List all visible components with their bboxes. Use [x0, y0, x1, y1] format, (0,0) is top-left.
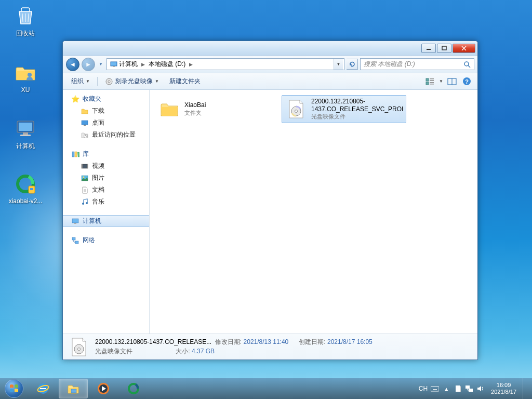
computer-icon — [14, 117, 37, 140]
sidebar-computer-head[interactable]: 计算机 — [63, 215, 149, 227]
file-item-iso[interactable]: 22000.132.210805-1437.CO_RELEASE_SVC_PRO… — [282, 95, 406, 123]
status-value: 4.37 GB — [192, 348, 215, 355]
refresh-icon — [349, 61, 356, 68]
network-icon[interactable] — [465, 384, 473, 393]
burn-disc-button[interactable]: 刻录光盘映像 ▼ — [102, 75, 162, 87]
sidebar-label: 最近访问的位置 — [92, 130, 136, 139]
svg-rect-31 — [82, 121, 88, 125]
sidebar-label: 下载 — [92, 107, 104, 115]
explorer-window: ◄ ► ▼ 计算机 ▶ 本地磁盘 (D:) ▶ ▼ 搜索 本地磁盘 (D:) — [62, 41, 478, 360]
svg-rect-6 — [23, 132, 28, 135]
sidebar-network-head[interactable]: 网络 — [63, 234, 149, 246]
svg-rect-51 — [74, 223, 76, 224]
taskbar-media-player-button[interactable] — [89, 379, 118, 398]
file-name: XiaoBai — [184, 101, 276, 109]
preview-pane-button[interactable] — [446, 76, 458, 87]
sidebar-label: 音乐 — [92, 197, 104, 206]
address-dropdown[interactable]: ▼ — [334, 59, 343, 70]
breadcrumb-label: 计算机 — [119, 60, 138, 69]
taskbar-explorer-button[interactable] — [59, 379, 88, 398]
svg-rect-38 — [77, 152, 79, 157]
breadcrumb-computer[interactable]: 计算机 — [108, 60, 139, 69]
date-label: 2021/8/17 — [491, 389, 516, 395]
breadcrumb-drive[interactable]: 本地磁盘 (D:) — [147, 60, 187, 69]
search-placeholder: 搜索 本地磁盘 (D:) — [364, 60, 415, 69]
sidebar-item-documents[interactable]: 文档 — [63, 184, 149, 196]
chevron-right-icon[interactable]: ▶ — [189, 62, 193, 67]
svg-point-48 — [86, 202, 88, 204]
svg-rect-16 — [113, 66, 115, 67]
taskbar-xiaobai-button[interactable] — [119, 379, 148, 398]
refresh-button[interactable] — [347, 59, 358, 70]
picture-icon — [81, 174, 89, 182]
desktop-icon-recycle-bin[interactable]: 回收站 — [6, 4, 45, 38]
sidebar: ⭐收藏夹 下载 桌面 最近访问的位置 库 视频 图片 文档 音乐 计算机 网络 — [63, 90, 150, 334]
folder-icon — [158, 98, 180, 120]
sidebar-item-videos[interactable]: 视频 — [63, 160, 149, 172]
sidebar-item-music[interactable]: 音乐 — [63, 196, 149, 208]
sidebar-item-recent[interactable]: 最近访问的位置 — [63, 129, 149, 141]
app-icon — [14, 172, 37, 195]
svg-rect-36 — [72, 152, 74, 157]
view-options-button[interactable] — [424, 76, 436, 87]
minimize-button[interactable] — [421, 44, 436, 53]
maximize-button[interactable] — [437, 44, 451, 53]
desktop-icon-label: XU — [21, 86, 30, 94]
new-folder-button[interactable]: 新建文件夹 — [166, 75, 204, 87]
file-item-folder[interactable]: XiaoBai 文件夹 — [155, 95, 280, 123]
svg-rect-40 — [82, 164, 83, 168]
svg-rect-41 — [87, 164, 88, 168]
sidebar-label: 收藏夹 — [83, 95, 101, 103]
status-label: 创建日期: — [299, 338, 325, 345]
organize-button[interactable]: 组织 ▼ — [68, 75, 93, 87]
nav-history-dropdown[interactable]: ▼ — [97, 59, 104, 70]
desktop-icon — [81, 119, 89, 127]
disc-image-icon — [68, 336, 90, 358]
desktop-icon-label: 计算机 — [16, 142, 35, 150]
keyboard-icon[interactable] — [431, 384, 439, 393]
sidebar-libraries-head[interactable]: 库 — [63, 148, 149, 160]
language-indicator[interactable]: CH — [419, 385, 428, 392]
status-label: 大小: — [176, 348, 190, 355]
address-bar[interactable]: 计算机 ▶ 本地磁盘 (D:) ▶ ▼ — [107, 58, 344, 70]
svg-rect-69 — [466, 385, 470, 389]
tray-expand-icon[interactable]: ▴ — [442, 384, 450, 393]
close-button[interactable] — [453, 44, 475, 53]
sidebar-item-pictures[interactable]: 图片 — [63, 172, 149, 184]
chevron-down-icon: ▼ — [86, 79, 90, 84]
search-input[interactable]: 搜索 本地磁盘 (D:) — [360, 58, 474, 70]
svg-rect-22 — [430, 78, 434, 79]
svg-rect-50 — [72, 219, 78, 223]
chevron-right-icon[interactable]: ▶ — [141, 62, 145, 67]
svg-rect-12 — [442, 46, 446, 50]
taskbar-ie-button[interactable] — [29, 379, 58, 398]
toolbar: 组织 ▼ 刻录光盘映像 ▼ 新建文件夹 ▼ ? — [63, 73, 477, 90]
chevron-down-icon[interactable]: ▼ — [439, 79, 443, 84]
sidebar-favorites-head[interactable]: ⭐收藏夹 — [63, 93, 149, 105]
explorer-body: ⭐收藏夹 下载 桌面 最近访问的位置 库 视频 图片 文档 音乐 计算机 网络 — [63, 90, 477, 334]
sidebar-label: 网络 — [83, 236, 95, 245]
folder-icon — [81, 107, 89, 115]
volume-icon[interactable] — [476, 384, 485, 393]
sidebar-label: 计算机 — [83, 217, 101, 225]
sidebar-item-downloads[interactable]: 下载 — [63, 105, 149, 117]
help-button[interactable]: ? — [461, 76, 472, 87]
titlebar[interactable] — [63, 41, 477, 56]
start-button[interactable] — [0, 378, 28, 399]
back-button[interactable]: ◄ — [66, 58, 79, 71]
desktop-icon-xiaobai[interactable]: xiaobai-v2... — [6, 172, 45, 205]
system-tray: CH ▴ 16:09 2021/8/17 — [419, 378, 529, 399]
sidebar-item-desktop[interactable]: 桌面 — [63, 117, 149, 129]
document-icon — [81, 186, 89, 194]
desktop-icon-computer[interactable]: 计算机 — [6, 117, 45, 151]
desktop-icon-user-folder[interactable]: XU — [6, 61, 45, 94]
svg-rect-52 — [72, 237, 75, 240]
recycle-bin-icon — [14, 4, 37, 27]
file-area[interactable]: XiaoBai 文件夹 22000.132.210805-1437.CO_REL… — [150, 90, 477, 334]
forward-button[interactable]: ► — [82, 58, 95, 71]
svg-point-3 — [28, 73, 32, 77]
svg-rect-5 — [19, 123, 32, 131]
clock[interactable]: 16:09 2021/8/17 — [488, 382, 520, 395]
show-desktop-button[interactable] — [523, 378, 529, 399]
action-center-icon[interactable] — [454, 384, 462, 393]
